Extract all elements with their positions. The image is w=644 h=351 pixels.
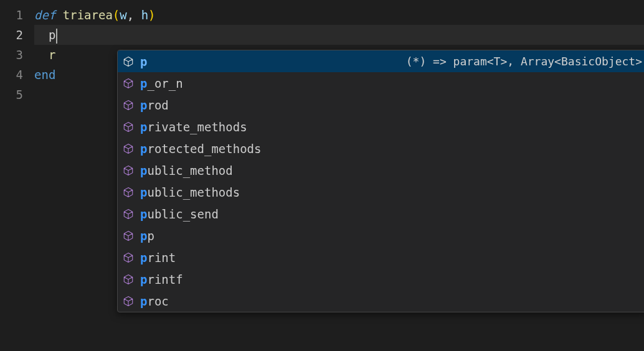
- suggest-detail: (*) => param<T>, Array<BasicObject>: [153, 55, 642, 68]
- suggest-label: p: [140, 55, 147, 68]
- module-icon: [123, 143, 134, 154]
- module-icon: [123, 230, 134, 241]
- autocomplete-popup[interactable]: p(*) => param<T>, Array<BasicObject>p_or…: [117, 50, 644, 312]
- code-area[interactable]: def triarea(w, h) p r end p(*) => param<…: [34, 0, 644, 351]
- param: w: [120, 8, 126, 22]
- suggest-label: public_send: [140, 207, 219, 221]
- paren-close: ): [148, 8, 155, 22]
- suggest-label: printf: [140, 273, 183, 286]
- suggest-item[interactable]: protected_methods: [118, 138, 644, 159]
- suggest-item[interactable]: prod: [118, 94, 644, 116]
- text-cursor: [56, 29, 57, 44]
- module-icon: [123, 296, 134, 307]
- param: h: [141, 8, 148, 22]
- suggest-item[interactable]: p_or_n: [118, 72, 644, 94]
- module-icon: [123, 100, 134, 111]
- module-icon: [123, 121, 134, 133]
- suggest-item[interactable]: public_send: [118, 203, 644, 225]
- keyword-def: def: [34, 8, 55, 22]
- line-number: 1: [0, 5, 23, 25]
- code-editor[interactable]: 1 2 3 4 5 def triarea(w, h) p r end p(*)…: [0, 0, 644, 351]
- module-icon: [123, 56, 134, 67]
- line-number: 2: [0, 25, 23, 45]
- suggest-item[interactable]: p(*) => param<T>, Array<BasicObject>: [118, 50, 644, 72]
- suggest-label: pp: [140, 229, 154, 243]
- line-number-gutter: 1 2 3 4 5: [0, 0, 34, 351]
- module-icon: [123, 78, 134, 89]
- suggest-item[interactable]: print: [118, 246, 644, 268]
- suggest-label: prod: [140, 98, 169, 112]
- suggest-label: proc: [140, 294, 169, 308]
- suggest-item[interactable]: private_methods: [118, 116, 644, 138]
- typed-char: p: [49, 28, 55, 42]
- suggest-label: print: [140, 251, 176, 264]
- suggest-label: protected_methods: [140, 142, 261, 156]
- code-line[interactable]: def triarea(w, h): [34, 5, 644, 25]
- code-line-active[interactable]: p: [34, 25, 644, 45]
- module-icon: [123, 165, 134, 176]
- suggest-label: private_methods: [140, 120, 247, 134]
- suggest-item[interactable]: proc: [118, 290, 644, 312]
- paren-open: (: [113, 8, 120, 22]
- module-icon: [123, 187, 134, 198]
- line-number: 5: [0, 85, 23, 105]
- line-number: 3: [0, 45, 23, 65]
- function-name: triarea: [63, 8, 113, 22]
- suggest-label: public_methods: [140, 185, 240, 199]
- keyword-end: end: [34, 68, 55, 82]
- module-icon: [123, 252, 134, 263]
- line-number: 4: [0, 65, 23, 85]
- suggest-label: p_or_n: [140, 77, 183, 90]
- module-icon: [123, 274, 134, 285]
- module-icon: [123, 208, 134, 220]
- suggest-item[interactable]: public_methods: [118, 181, 644, 203]
- suggest-item[interactable]: pp: [118, 225, 644, 246]
- suggest-item[interactable]: public_method: [118, 159, 644, 181]
- suggest-item[interactable]: printf: [118, 268, 644, 290]
- token: r: [49, 48, 55, 62]
- suggest-label: public_method: [140, 164, 233, 177]
